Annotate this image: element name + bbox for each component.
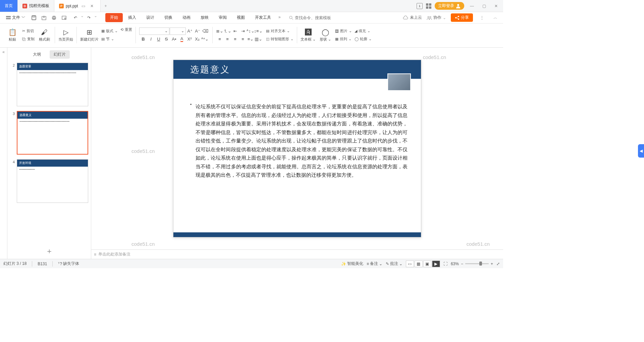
textbox-button[interactable]: 🅰文本框 ⌄ (301, 28, 316, 42)
outline-button[interactable]: ◯ 轮廓 ⌄ (355, 36, 372, 43)
zoom-slider-handle[interactable] (479, 262, 482, 266)
new-tab-button[interactable]: ＋ (101, 0, 111, 12)
reading-view-icon[interactable]: ▣ (423, 261, 431, 267)
fit-icon[interactable]: ⛶ (443, 262, 447, 266)
slideshow-view-icon[interactable]: ▶ (432, 261, 440, 267)
fullscreen-icon[interactable]: ⤢ (496, 262, 500, 266)
thumb-slide-selected[interactable]: 选题意义▪▪▪▪▪▪▪▪▪▪▪▪▪▪▪▪▪▪▪▪▪▪▪▪▪▪▪▪▪▪▪▪▪▪▪▪… (17, 111, 88, 155)
align-left-icon[interactable]: ≡ (216, 36, 223, 43)
change-case-icon[interactable]: ᴬᵃ⌄ (201, 36, 209, 43)
font-combo[interactable]: ⌄ (139, 27, 169, 35)
tab-devtools[interactable]: 开发工具 (250, 13, 276, 22)
superscript-icon[interactable]: X² (186, 36, 193, 43)
maximize-icon[interactable]: ▢ (480, 2, 488, 10)
tab-review[interactable]: 审阅 (214, 13, 231, 22)
collapse-ribbon-icon[interactable]: ︿ (491, 13, 500, 22)
redo-button[interactable]: ↷ (85, 13, 93, 22)
tab-document[interactable]: P ppt.ppt ▭ ✕ (54, 0, 101, 12)
collapse-panel-icon[interactable]: « (0, 48, 7, 259)
reading-mode-icon[interactable]: 1 (417, 3, 423, 9)
tab-view[interactable]: 视图 (232, 13, 250, 22)
tab-close-icon[interactable]: ✕ (90, 4, 96, 8)
bullets-icon[interactable]: ≣⌄ (216, 27, 223, 35)
tab-insert[interactable]: 插入 (123, 13, 141, 22)
zoom-out-icon[interactable]: − (461, 262, 463, 266)
copy-button[interactable]: ⿻ 复制 (22, 36, 35, 43)
login-button[interactable]: 立即登录 (435, 2, 464, 10)
notes-area[interactable]: ≡ 单击此处添加备注 (91, 249, 503, 259)
align-center-icon[interactable]: ≡ (224, 36, 231, 43)
subscript-icon[interactable]: X₂ (194, 36, 201, 43)
outline-tab[interactable]: 大纲 (29, 50, 45, 59)
to-smartart-button[interactable]: ◫ 转智能图形 ⌄ (266, 36, 293, 43)
columns-icon[interactable]: ▥⌄ (255, 36, 262, 43)
zoom-slider[interactable] (465, 263, 489, 264)
search-box[interactable] (289, 15, 345, 20)
increase-indent-icon[interactable]: ⇥ (239, 27, 247, 35)
print-icon[interactable] (50, 13, 58, 22)
thumbnail-item[interactable]: 3 选题意义▪▪▪▪▪▪▪▪▪▪▪▪▪▪▪▪▪▪▪▪▪▪▪▪▪▪▪▪▪▪▪▪▪▪… (10, 111, 88, 155)
paste-button[interactable]: 📋粘贴 (5, 28, 19, 42)
section-button[interactable]: ▤ 节 ⌄ (101, 36, 118, 43)
highlight-icon[interactable]: A▪ (170, 36, 178, 43)
save-icon[interactable] (30, 13, 38, 22)
file-menu-button[interactable]: 文件 ﹀ (3, 13, 28, 22)
undo-button[interactable]: ↶ (71, 13, 80, 22)
zoom-in-icon[interactable]: + (491, 262, 493, 266)
arrange-button[interactable]: ▦ 排列 ⌄ (335, 36, 352, 43)
cloud-button[interactable]: 未上云 (402, 15, 422, 20)
preview-icon[interactable] (60, 13, 68, 22)
decrease-font-icon[interactable]: A⁻ (194, 27, 201, 35)
tab-slideshow[interactable]: 放映 (196, 13, 213, 22)
thumbnail-item[interactable]: 4 开发环境▪▪▪▪▪▪▪▪▪▪▪▪▪▪▪▪▪▪▪▪▪▪ (10, 159, 88, 203)
tab-template[interactable]: D 找稻壳模板 (18, 0, 54, 12)
text-direction-icon[interactable]: ᴬ↕⌄ (247, 27, 254, 35)
distribute-icon[interactable]: ≡⌄ (247, 36, 254, 43)
thumbnail-list[interactable]: 2 选题背景▪▪▪▪▪▪▪▪▪▪▪▪▪▪▪▪▪▪▪▪▪▪▪▪▪▪▪▪▪▪▪▪▪▪… (7, 61, 91, 243)
font-color-icon[interactable]: A (178, 36, 185, 43)
search-input[interactable] (295, 15, 345, 20)
sorter-view-icon[interactable]: ▦ (415, 261, 423, 267)
strike-icon[interactable]: S (163, 36, 170, 43)
normal-view-icon[interactable]: ▭ (406, 261, 414, 267)
layout-button[interactable]: ▦ 版式 ⌄ (101, 28, 118, 35)
collab-button[interactable]: 协作⌄ (427, 15, 446, 20)
tab-design[interactable]: 设计 (142, 13, 159, 22)
share-button[interactable]: 分享 (451, 13, 473, 22)
add-slide-button[interactable]: ＋ (7, 243, 91, 259)
slides-tab[interactable]: 幻灯片 (50, 50, 70, 59)
slide-canvas[interactable]: 选题意义 • 论坛系统不仅可以保证信息安全的前提下提高信息处理水平，更重要的是提… (173, 60, 421, 237)
align-justify-icon[interactable]: ≡ (239, 36, 247, 43)
fill-button[interactable]: ◢ 填充 ⌄ (355, 28, 372, 35)
reset-button[interactable]: ⟲ 重置 (120, 26, 132, 33)
minimize-icon[interactable]: — (468, 2, 476, 10)
tab-transition[interactable]: 切换 (160, 13, 177, 22)
font-size-combo[interactable]: ⌄ (170, 27, 186, 35)
clear-format-icon[interactable]: ⌫ (202, 27, 209, 35)
tab-start[interactable]: 开始 (105, 13, 123, 22)
thumbnail-item[interactable]: 2 选题背景▪▪▪▪▪▪▪▪▪▪▪▪▪▪▪▪▪▪▪▪▪▪▪▪▪▪▪▪▪▪▪▪▪▪… (10, 63, 88, 106)
comments-toggle[interactable]: ✎ 批注 ⌄ (386, 261, 402, 267)
thumb-slide[interactable]: 开发环境▪▪▪▪▪▪▪▪▪▪▪▪▪▪▪▪▪▪▪▪▪▪ (17, 159, 88, 203)
cut-button[interactable]: ✂ 剪切 (22, 28, 35, 35)
more-menu-icon[interactable]: ⋮ (478, 13, 486, 22)
beautify-button[interactable]: ✨ 智能美化 (341, 261, 363, 267)
thumb-slide[interactable]: 选题背景▪▪▪▪▪▪▪▪▪▪▪▪▪▪▪▪▪▪▪▪▪▪▪▪▪▪▪▪▪▪▪▪▪▪▪▪… (17, 63, 88, 106)
zoom-value[interactable]: 63% (451, 262, 459, 266)
line-spacing-icon[interactable]: ↕≡⌄ (255, 27, 262, 35)
align-right-icon[interactable]: ≡ (231, 36, 239, 43)
missing-font-button[interactable]: ᵀ? 缺失字体 (58, 261, 79, 267)
menu-more-icon[interactable]: » (276, 13, 283, 22)
notes-toggle[interactable]: ≡ 备注 ⌄ (367, 261, 382, 267)
decrease-indent-icon[interactable]: ⇤ (231, 27, 239, 35)
export-icon[interactable] (40, 13, 48, 22)
tab-animation[interactable]: 动画 (178, 13, 195, 22)
shape-button[interactable]: ◯形状 ⌄ (318, 28, 332, 42)
new-slide-button[interactable]: ⊞新建幻灯片 (80, 28, 99, 42)
italic-icon[interactable]: I (147, 36, 155, 43)
present-icon[interactable]: ▭ (82, 4, 87, 8)
apps-icon[interactable] (426, 3, 431, 9)
from-current-button[interactable]: ▷当页开始 (58, 28, 73, 42)
numbering-icon[interactable]: ⒈⌄ (224, 27, 231, 35)
bold-icon[interactable]: B (140, 36, 147, 43)
